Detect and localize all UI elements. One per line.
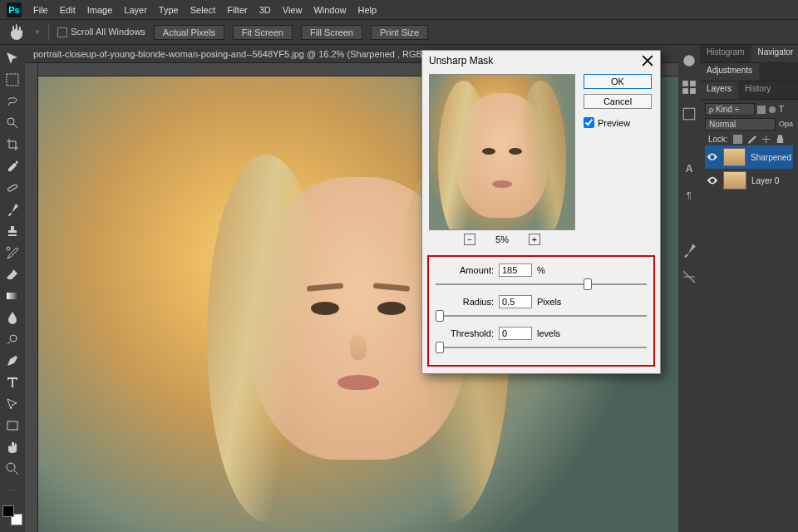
- menu-3d[interactable]: 3D: [259, 5, 271, 15]
- gradient-tool-icon[interactable]: [2, 286, 22, 306]
- hand-tool-icon[interactable]: [2, 437, 22, 457]
- marquee-tool-icon[interactable]: [2, 70, 22, 90]
- brush-settings-panel-icon[interactable]: [682, 269, 697, 284]
- layers-panel: ρ Kind ÷ T Normal Opa Lock: Sharpened: [700, 100, 798, 195]
- scroll-all-checkbox[interactable]: Scroll All Windows: [57, 27, 145, 37]
- brush-tool-icon[interactable]: [2, 200, 22, 219]
- menu-filter[interactable]: Filter: [227, 5, 247, 15]
- tab-layers[interactable]: Layers: [700, 81, 738, 99]
- zoom-tool-icon[interactable]: [2, 459, 22, 479]
- dialog-title-label: Unsharp Mask: [429, 55, 493, 66]
- menu-file[interactable]: File: [33, 5, 48, 15]
- lock-transparency-icon[interactable]: [733, 135, 742, 144]
- blend-mode-select[interactable]: Normal: [705, 118, 776, 131]
- paragraph-panel-icon[interactable]: ¶: [682, 188, 697, 203]
- preview-checkbox[interactable]: Preview: [584, 117, 652, 128]
- radius-unit: Pixels: [537, 297, 561, 307]
- eyedropper-tool-icon[interactable]: [2, 156, 22, 176]
- svg-rect-14: [757, 106, 766, 114]
- character-panel-icon[interactable]: A: [682, 161, 697, 176]
- menu-type[interactable]: Type: [159, 5, 179, 15]
- tools-panel: ⋯: [0, 45, 25, 532]
- layer-thumbnail: [723, 171, 746, 190]
- svg-rect-0: [7, 74, 18, 86]
- close-icon[interactable]: [642, 55, 653, 66]
- lock-position-icon[interactable]: [761, 135, 771, 144]
- layer-row-layer0[interactable]: Layer 0: [705, 169, 793, 192]
- lock-label: Lock:: [708, 135, 728, 144]
- menu-view[interactable]: View: [283, 5, 303, 15]
- svg-rect-6: [7, 421, 17, 430]
- stamp-tool-icon[interactable]: [2, 221, 22, 241]
- menu-edit[interactable]: Edit: [60, 5, 76, 15]
- visibility-toggle-icon[interactable]: [707, 151, 718, 163]
- visibility-toggle-icon[interactable]: [707, 175, 718, 186]
- brushes-panel-icon[interactable]: [682, 243, 697, 258]
- edit-toolbar-icon[interactable]: ⋯: [2, 480, 22, 500]
- threshold-input[interactable]: [499, 327, 532, 340]
- color-panel-icon[interactable]: [682, 53, 697, 68]
- radius-slider[interactable]: [436, 310, 647, 322]
- amount-input[interactable]: [499, 264, 532, 277]
- svg-rect-9: [682, 81, 688, 86]
- rectangle-tool-icon[interactable]: [2, 416, 22, 436]
- preview-checkbox-input[interactable]: [584, 117, 594, 128]
- ok-button[interactable]: OK: [584, 74, 652, 89]
- ruler-vertical: [25, 63, 38, 532]
- print-size-button[interactable]: Print Size: [371, 25, 428, 40]
- layer-kind-filter[interactable]: ρ Kind ÷: [705, 103, 755, 116]
- path-select-tool-icon[interactable]: [2, 394, 22, 414]
- right-panels: Histogram Navigator Adjustments Layers H…: [700, 45, 798, 532]
- tab-navigator[interactable]: Navigator: [751, 45, 798, 62]
- ps-logo: Ps: [7, 2, 22, 17]
- svg-point-1: [7, 118, 14, 125]
- color-swatch[interactable]: [2, 505, 22, 525]
- crop-tool-icon[interactable]: [2, 135, 22, 155]
- lock-image-icon[interactable]: [747, 135, 756, 144]
- filter-preview[interactable]: [429, 74, 575, 230]
- dodge-tool-icon[interactable]: [2, 329, 22, 349]
- menu-select[interactable]: Select: [190, 5, 216, 15]
- lasso-tool-icon[interactable]: [2, 91, 22, 111]
- amount-slider[interactable]: [436, 278, 647, 290]
- menu-image[interactable]: Image: [87, 5, 113, 15]
- type-tool-icon[interactable]: [2, 372, 22, 392]
- tab-adjustments[interactable]: Adjustments: [700, 63, 759, 81]
- cancel-button[interactable]: Cancel: [584, 94, 652, 109]
- zoom-in-button[interactable]: +: [529, 234, 540, 245]
- fit-screen-button[interactable]: Fit Screen: [233, 25, 293, 40]
- menu-layer[interactable]: Layer: [124, 5, 147, 15]
- options-bar: ▾ Scroll All Windows Actual Pixels Fit S…: [0, 20, 798, 45]
- svg-rect-4: [7, 293, 18, 299]
- quick-select-tool-icon[interactable]: [2, 113, 22, 133]
- actual-pixels-button[interactable]: Actual Pixels: [154, 25, 224, 40]
- zoom-out-button[interactable]: −: [464, 234, 475, 245]
- svg-rect-10: [690, 81, 696, 86]
- libraries-panel-icon[interactable]: [682, 106, 697, 121]
- layer-row-sharpened[interactable]: Sharpened: [705, 145, 793, 169]
- menu-bar: Ps File Edit Image Layer Type Select Fil…: [0, 0, 798, 20]
- healing-tool-icon[interactable]: [2, 178, 22, 198]
- radius-input[interactable]: [499, 295, 532, 308]
- tab-histogram[interactable]: Histogram: [700, 45, 751, 62]
- fill-screen-button[interactable]: Fill Screen: [301, 25, 362, 40]
- tab-history[interactable]: History: [738, 81, 777, 99]
- blur-tool-icon[interactable]: [2, 308, 22, 328]
- swatches-panel-icon[interactable]: [682, 80, 697, 95]
- collapsed-panels: A ¶: [678, 45, 700, 532]
- type-filter-icon[interactable]: T: [779, 105, 784, 114]
- move-tool-icon[interactable]: [2, 48, 22, 68]
- menu-window[interactable]: Window: [313, 5, 346, 15]
- svg-point-8: [683, 55, 695, 66]
- threshold-slider[interactable]: [436, 342, 647, 353]
- hand-tool-icon[interactable]: [7, 22, 27, 42]
- adjust-filter-icon[interactable]: [768, 106, 776, 114]
- pixel-filter-icon[interactable]: [757, 106, 766, 114]
- svg-point-3: [7, 247, 10, 250]
- svg-rect-12: [690, 88, 696, 94]
- pen-tool-icon[interactable]: [2, 351, 22, 371]
- lock-all-icon[interactable]: [776, 135, 785, 144]
- history-brush-tool-icon[interactable]: [2, 243, 22, 263]
- menu-help[interactable]: Help: [358, 5, 377, 15]
- eraser-tool-icon[interactable]: [2, 264, 22, 284]
